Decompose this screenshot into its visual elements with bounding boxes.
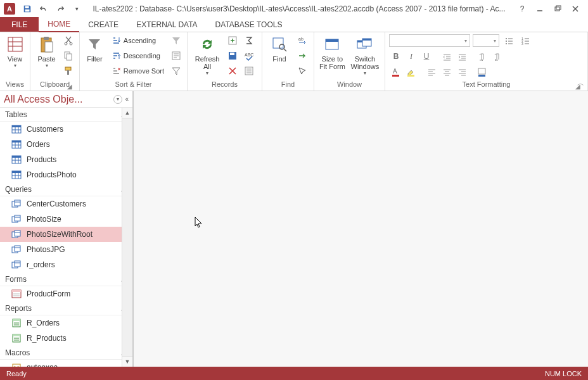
more-records-button[interactable] <box>242 64 256 78</box>
rtl-button[interactable] <box>490 49 504 63</box>
help-button[interactable]: ? <box>513 2 531 16</box>
nav-item[interactable]: PhotoSizeWithRoot <box>0 227 132 242</box>
tab-database-tools[interactable]: DATABASE TOOLS <box>207 17 291 32</box>
qat-redo-button[interactable] <box>52 2 68 16</box>
nav-item[interactable]: r_orders <box>0 257 132 272</box>
nav-item[interactable]: PhotosJPG <box>0 242 132 257</box>
nav-scrollbar[interactable]: ▲ ▼ <box>122 108 132 367</box>
bold-button[interactable]: B <box>389 49 403 63</box>
qat-undo-button[interactable] <box>35 2 52 16</box>
new-record-button[interactable] <box>226 34 240 48</box>
group-find-label: Find <box>266 80 310 91</box>
svg-rect-81 <box>15 246 20 251</box>
paste-button[interactable]: Paste ▾ <box>34 34 59 70</box>
tab-external-data[interactable]: EXTERNAL DATA <box>127 17 206 32</box>
nav-item[interactable]: CenterCustomers <box>0 196 132 212</box>
nav-item[interactable]: ProductForm <box>0 286 132 301</box>
nav-item[interactable]: Orders <box>0 137 132 152</box>
svg-rect-21 <box>230 53 234 55</box>
font-color-button[interactable]: A <box>389 65 403 79</box>
nav-collapse-button[interactable]: « <box>125 96 129 103</box>
ribbon-tab-strip: FILE HOME CREATE EXTERNAL DATA DATABASE … <box>0 17 588 32</box>
nav-item[interactable]: Customers <box>0 122 132 137</box>
document-area <box>133 91 588 367</box>
scroll-up-button[interactable]: ▲ <box>122 108 132 118</box>
nav-group-tables[interactable]: Tables︽ <box>0 108 132 122</box>
restore-button[interactable] <box>549 2 566 16</box>
switch-windows-button[interactable]: Switch Windows ▾ <box>349 34 381 77</box>
nav-item[interactable]: ProductsPhoto <box>0 167 132 182</box>
select-button[interactable] <box>295 64 309 78</box>
nav-item[interactable]: R_Orders <box>0 315 132 331</box>
delete-record-button[interactable] <box>226 64 240 78</box>
qat-save-button[interactable] <box>19 2 35 16</box>
form-icon <box>11 289 22 298</box>
paste-icon <box>37 35 56 54</box>
selection-filter-button[interactable] <box>169 34 183 48</box>
svg-rect-91 <box>13 319 20 321</box>
remove-sort-button[interactable]: Remove Sort <box>108 64 167 78</box>
align-left-button[interactable] <box>425 65 438 79</box>
numbering-button[interactable]: 123 <box>518 34 532 48</box>
copy-button[interactable] <box>61 49 75 63</box>
goto-button[interactable] <box>295 49 309 63</box>
totals-button[interactable] <box>242 34 256 48</box>
nav-item[interactable]: PhotoSize <box>0 212 132 227</box>
clipboard-dialog-launcher[interactable]: ◢ <box>65 82 74 91</box>
align-right-button[interactable] <box>455 65 469 79</box>
ascending-button[interactable]: Ascending <box>108 34 167 48</box>
fill-color-button[interactable] <box>475 65 489 79</box>
collapse-ribbon-button[interactable]: ︿ <box>577 79 584 88</box>
save-record-button[interactable] <box>226 49 240 63</box>
descending-button[interactable]: Descending <box>108 49 167 63</box>
ltr-button[interactable] <box>475 49 489 63</box>
spelling-button[interactable]: ABC <box>242 49 256 63</box>
chevron-down-icon: ▾ <box>14 63 16 68</box>
replace-button[interactable]: ab <box>295 34 309 48</box>
bullets-button[interactable] <box>502 34 516 48</box>
toggle-filter-button[interactable] <box>169 64 183 78</box>
group-text-label: Text Formatting◢ <box>389 80 584 91</box>
nav-group-forms[interactable]: Forms︽ <box>0 272 132 286</box>
status-numlock: NUM LOCK <box>545 370 582 377</box>
size-to-fit-button[interactable]: Size to Fit Form <box>318 34 347 72</box>
scroll-down-button[interactable]: ▼ <box>122 356 132 367</box>
highlight-button[interactable] <box>404 65 418 79</box>
group-views: View ▾ Views <box>0 32 30 91</box>
nav-menu-dropdown[interactable]: ▾ <box>113 95 122 104</box>
advanced-filter-button[interactable] <box>169 49 183 63</box>
nav-pane-header[interactable]: All Access Obje... ▾ « <box>0 91 132 108</box>
nav-item[interactable]: autoexec <box>0 360 132 367</box>
nav-group-macros[interactable]: Macros︽ <box>0 346 132 360</box>
group-text-formatting: ▾ ▾ 123 B I U A <box>385 32 588 91</box>
tab-file[interactable]: FILE <box>0 17 39 32</box>
nav-group-queries[interactable]: Queries︽ <box>0 182 132 196</box>
format-painter-button[interactable] <box>61 64 75 78</box>
svg-rect-16 <box>65 67 71 70</box>
tab-create[interactable]: CREATE <box>79 17 127 32</box>
tab-home[interactable]: HOME <box>39 17 79 32</box>
filter-button[interactable]: Filter <box>84 34 106 64</box>
ribbon: View ▾ Views Paste ▾ Clipboard◢ Filter <box>0 32 588 91</box>
svg-rect-84 <box>15 261 20 267</box>
status-ready: Ready <box>6 370 27 377</box>
find-button[interactable]: Find <box>266 34 293 64</box>
nav-item[interactable]: R_Products <box>0 331 132 346</box>
refresh-all-button[interactable]: Refresh All ▾ <box>191 34 223 77</box>
font-name-combo[interactable]: ▾ <box>389 34 470 47</box>
font-size-combo[interactable]: ▾ <box>473 34 499 47</box>
close-button[interactable] <box>566 2 584 16</box>
title-bar: A ▾ IL-ates2202 : Database- C:\Users\use… <box>0 0 588 17</box>
align-center-button[interactable] <box>440 65 454 79</box>
view-button[interactable]: View ▾ <box>4 34 26 70</box>
cut-button[interactable] <box>61 34 75 48</box>
qat-customize-button[interactable]: ▾ <box>68 2 85 16</box>
increase-indent-button[interactable] <box>455 49 469 63</box>
nav-item[interactable]: Products <box>0 152 132 167</box>
decrease-indent-button[interactable] <box>440 49 454 63</box>
minimize-button[interactable] <box>531 2 549 16</box>
underline-button[interactable]: U <box>419 49 433 63</box>
nav-group-reports[interactable]: Reports︽ <box>0 301 132 315</box>
nav-group-label: Forms <box>5 275 27 284</box>
italic-button[interactable]: I <box>404 49 418 63</box>
